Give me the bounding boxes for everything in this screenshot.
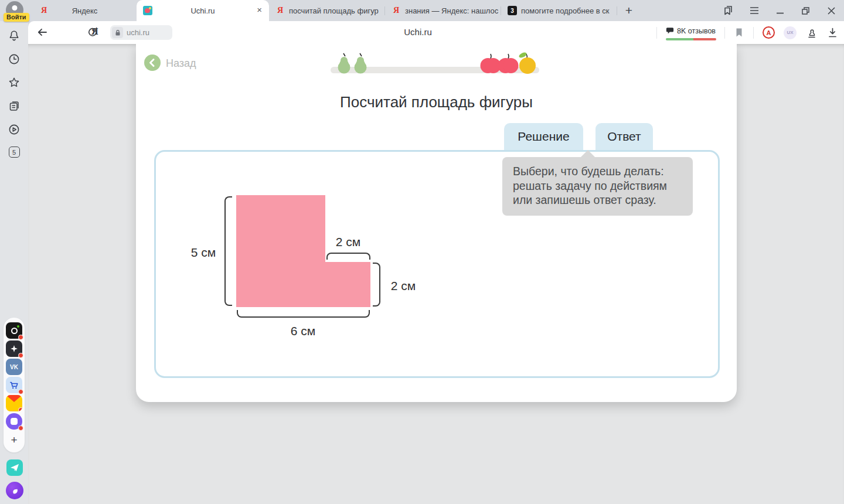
figure-rect-notch [325,262,370,307]
adblock-extension-icon[interactable]: A [763,26,775,39]
pear-icon [338,53,350,74]
page-title: Uchi.ru [380,27,456,37]
messenger-icon[interactable] [6,413,22,430]
history-icon[interactable] [8,53,21,66]
browser-window: Войти Я Яндекс Uchi.ru × Я посчитай площ… [0,0,844,504]
alice-icon[interactable] [6,482,23,499]
dimension-label-top: 2 см [336,235,360,249]
tab-label: посчитай площадь фигур [269,6,384,15]
yandex-favicon-icon: Я [39,6,49,15]
divider [656,27,657,39]
lock-icon[interactable] [112,27,123,38]
notification-badge [18,335,23,340]
pear-icon [355,53,367,74]
status-dot [17,325,19,328]
apple-icon [498,54,519,73]
dimension-bracket-right [373,263,380,307]
dimension-bracket-bottom [237,310,370,318]
dimension-label-bottom: 6 см [291,324,315,338]
feed-icon[interactable] [8,100,21,113]
tab-label: помогите подробнее в ск [501,6,617,15]
browser-sidebar: 5 VK + [0,21,28,504]
tab-pomogite[interactable]: 3 помогите подробнее в ск [501,0,617,21]
dimension-label-left: 5 см [191,246,216,260]
yandex-favicon-icon: Я [392,6,401,15]
back-label[interactable]: Назад [166,57,196,70]
kinopoisk-icon[interactable] [6,322,22,339]
znania-favicon-icon: 3 [508,6,517,15]
divider [724,27,725,39]
web-page: Назад [28,44,844,504]
notification-badge [18,389,23,394]
tab-panel-icon[interactable] [722,5,733,16]
pinned-apps [6,459,23,499]
solution-tab[interactable]: Решение [504,123,583,150]
bookmark-flag-icon[interactable] [734,27,744,38]
vk-icon[interactable]: VK [6,359,22,375]
login-badge[interactable]: Войти [4,13,29,22]
hint-tooltip: Выбери, что будешь делать: решать задачу… [502,157,693,216]
alice-flame-icon [10,486,19,495]
new-tab-button[interactable]: + [617,0,641,21]
reload-icon[interactable] [87,26,98,38]
star-icon[interactable] [8,76,21,89]
close-window-icon[interactable] [827,6,836,15]
rating-bar [666,38,716,40]
market-icon[interactable] [6,377,22,393]
ux-extension-icon[interactable]: UX [784,26,797,39]
minimize-icon[interactable] [776,6,784,15]
profile-area: Войти [4,1,29,22]
stamp-extension-icon[interactable] [805,26,818,39]
tab-uchi-active[interactable]: Uchi.ru × [137,0,269,21]
task-card: Назад [136,44,737,402]
tab-strip: Я Яндекс Uchi.ru × Я посчитай площадь фи… [33,0,641,21]
progress-bar [329,49,542,77]
dimension-bracket-left [224,196,232,306]
chevron-left-icon [144,55,161,71]
notification-badge [18,407,22,411]
menu-icon[interactable] [750,6,759,15]
sidebar-tools: 5 [0,21,28,158]
lens-icon [11,328,18,334]
add-app-icon[interactable]: + [6,431,22,448]
tab-label: Uchi.ru [137,6,269,15]
reviews-count: 8K отзывов [677,27,716,35]
video-icon[interactable] [8,123,21,136]
notification-badge [18,353,23,358]
tab-znania[interactable]: Я знания — Яндекс: нашлос [385,0,501,21]
sparkle-icon [9,343,19,354]
divider [753,27,754,39]
tab-bar: Войти Я Яндекс Uchi.ru × Я посчитай площ… [0,0,844,21]
restore-icon[interactable] [801,6,810,15]
browser-toolbar: Я uchi.ru Uchi.ru 8K отзывов A [28,21,844,44]
tab-count-box[interactable]: 5 [9,147,20,158]
close-tab-icon[interactable]: × [257,5,262,15]
figure-rect-main [236,195,325,307]
notification-badge [18,425,23,431]
dimension-bracket-top [326,253,370,260]
tab-label: знания — Яндекс: нашлос [385,6,501,15]
back-icon[interactable] [36,26,48,38]
task-title: Посчитай площадь фигуры [136,93,737,111]
uchi-favicon-icon [143,6,152,15]
dimension-label-right: 2 см [391,279,416,293]
cart-icon [9,380,19,390]
yandex-favicon-icon: Я [275,6,285,15]
chat-icon [11,418,18,425]
bell-icon[interactable] [8,29,21,42]
telegram-icon[interactable] [6,459,23,476]
speech-bubble-icon [666,27,674,35]
reviews-button[interactable]: 8K отзывов [666,24,716,42]
paper-plane-icon [8,461,21,474]
address-bar[interactable]: uchi.ru [110,25,172,40]
answer-tab[interactable]: Ответ [595,123,653,150]
tab-yandex[interactable]: Я Яндекс [33,0,137,21]
toolbar-right: 8K отзывов A UX [656,21,838,44]
back-button[interactable] [144,55,161,71]
plus-sparkle-icon[interactable] [6,340,22,357]
download-icon[interactable] [827,27,838,38]
tab-poschitai[interactable]: Я посчитай площадь фигур [269,0,384,21]
mail-icon[interactable] [6,395,22,411]
window-controls [722,0,836,21]
apple-icon [481,54,501,73]
